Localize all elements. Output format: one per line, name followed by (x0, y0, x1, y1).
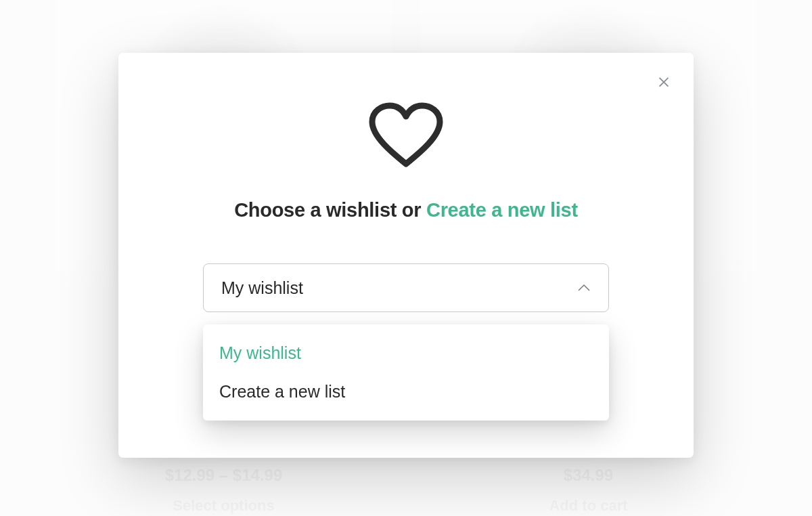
headline-text: Choose a wishlist or (234, 199, 426, 221)
select-current-value: My wishlist (221, 278, 303, 298)
close-button[interactable] (654, 73, 673, 92)
heart-icon (365, 102, 447, 169)
dropdown-option-my-wishlist[interactable]: My wishlist (203, 334, 609, 372)
chevron-up-icon (577, 284, 591, 292)
wishlist-dropdown: My wishlist Create a new list (203, 324, 609, 421)
create-list-link[interactable]: Create a new list (426, 199, 578, 221)
modal-headline: Choose a wishlist or Create a new list (234, 199, 578, 221)
close-icon (656, 74, 671, 91)
wishlist-select-wrap: My wishlist My wishlist Create a new lis… (203, 263, 609, 312)
dropdown-option-create-new[interactable]: Create a new list (203, 372, 609, 411)
wishlist-modal: Choose a wishlist or Create a new list M… (118, 53, 694, 458)
wishlist-select[interactable]: My wishlist (203, 263, 609, 312)
